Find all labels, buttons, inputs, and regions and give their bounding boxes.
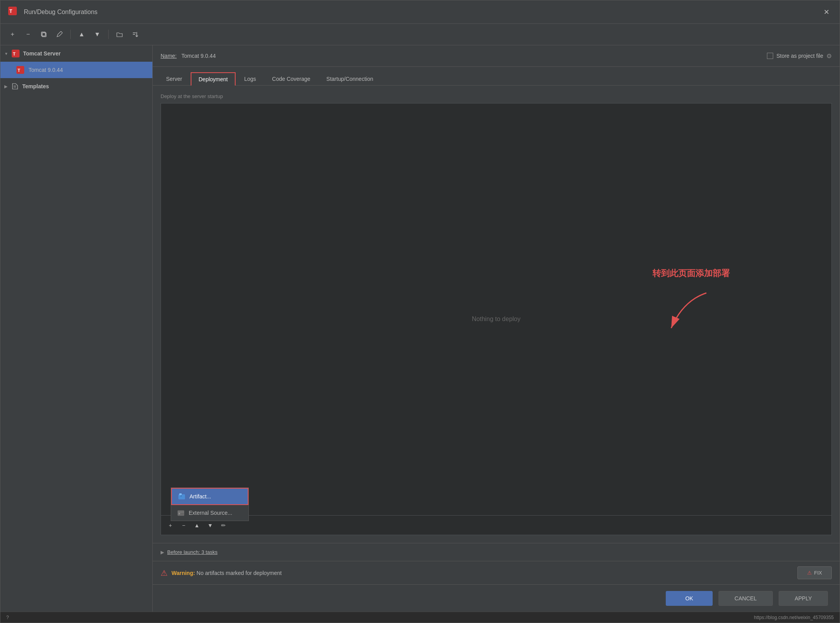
templates-label: Templates <box>22 83 49 89</box>
deploy-area: Nothing to deploy 转到此页面添加部署 <box>161 103 832 535</box>
warning-bar: ⚠ Warning: No artifacts marked for deplo… <box>153 561 840 584</box>
move-deploy-up-button[interactable]: ▲ <box>191 520 202 531</box>
dialog-title: Run/Debug Configurations <box>24 9 821 16</box>
sort-button[interactable] <box>129 28 141 41</box>
main-content: ▼ T Tomcat Server T Tomcat 9.0.44 ▶ Temp… <box>0 45 840 612</box>
copy-config-button[interactable] <box>38 28 50 41</box>
deploy-toolbar: + − ▲ ▼ ✏ <box>161 515 831 535</box>
warning-bold-text: Warning: <box>172 570 195 576</box>
svg-text:T: T <box>13 52 16 56</box>
expand-arrow-templates: ▶ <box>4 84 7 89</box>
nothing-to-deploy-text: Nothing to deploy <box>472 316 521 323</box>
deployment-panel: Deploy at the server startup Nothing to … <box>153 86 840 543</box>
tab-code-coverage[interactable]: Code Coverage <box>265 72 318 86</box>
right-panel: Name: Tomcat 9.0.44 Store as project fil… <box>153 45 840 612</box>
main-toolbar: + − ▲ ▼ <box>0 24 840 45</box>
remove-config-button[interactable]: − <box>22 28 34 41</box>
dropdown-menu: Artifact... External Source... <box>171 487 249 521</box>
toolbar-separator-1 <box>70 30 71 39</box>
apply-button[interactable]: APPLY <box>779 591 828 606</box>
templates-group[interactable]: ▶ Templates <box>0 78 152 95</box>
external-source-menu-item[interactable]: External Source... <box>171 505 248 521</box>
deploy-label: Deploy at the server startup <box>161 93 832 99</box>
toolbar-separator-2 <box>108 30 109 39</box>
bottom-buttons: OK CANCEL APPLY <box>153 584 840 612</box>
before-launch-label: Before launch: 3 tasks <box>167 549 218 555</box>
gear-icon[interactable]: ⚙ <box>826 52 832 60</box>
svg-rect-19 <box>179 513 180 514</box>
svg-text:T: T <box>18 68 20 73</box>
status-url: https://blog.csdn.net/weixin_45709355 <box>754 615 834 620</box>
warning-text: Warning: No artifacts marked for deploym… <box>172 570 282 576</box>
name-bar: Name: Tomcat 9.0.44 Store as project fil… <box>153 45 840 67</box>
tab-logs[interactable]: Logs <box>237 72 263 86</box>
annotation-arrow <box>659 289 718 336</box>
before-launch-expand-arrow: ▶ <box>161 550 164 555</box>
move-up-button[interactable]: ▲ <box>75 28 88 41</box>
external-source-icon <box>177 509 185 517</box>
ok-button[interactable]: OK <box>666 591 713 606</box>
artifact-label: Artifact... <box>189 493 211 500</box>
store-project-label: Store as project file <box>776 53 823 59</box>
title-bar: T Run/Debug Configurations ✕ <box>0 0 840 24</box>
fix-label: FIX <box>814 570 822 576</box>
move-down-button[interactable]: ▼ <box>91 28 104 41</box>
tomcat-server-group[interactable]: ▼ T Tomcat Server <box>0 45 152 62</box>
tomcat-item-icon: T <box>16 66 25 74</box>
help-icon[interactable]: ? <box>6 615 9 620</box>
tomcat-server-label: Tomcat Server <box>23 50 61 57</box>
add-config-button[interactable]: + <box>6 28 19 41</box>
tab-deployment[interactable]: Deployment <box>191 72 236 86</box>
tomcat-9044-item[interactable]: T Tomcat 9.0.44 <box>0 62 152 78</box>
tabs-container: Server Deployment Logs Code Coverage Sta… <box>153 67 840 86</box>
artifact-menu-item[interactable]: Artifact... <box>171 488 248 505</box>
templates-icon <box>11 82 19 91</box>
edit-templates-button[interactable] <box>53 28 66 41</box>
move-deploy-down-button[interactable]: ▼ <box>205 520 216 531</box>
before-launch-section: ▶ Before launch: 3 tasks <box>153 543 840 561</box>
expand-arrow-tomcat: ▼ <box>4 52 8 56</box>
tomcat-item-label: Tomcat 9.0.44 <box>29 67 63 73</box>
warning-icon: ⚠ <box>161 568 168 578</box>
app-icon: T <box>8 7 19 18</box>
tomcat-group-icon: T <box>11 49 20 58</box>
warning-msg-text: No artifacts marked for deployment <box>195 570 282 576</box>
external-source-label: External Source... <box>189 510 232 516</box>
before-launch-header[interactable]: ▶ Before launch: 3 tasks <box>161 549 832 555</box>
cancel-button[interactable]: CANCEL <box>718 591 773 606</box>
fix-icon: ⚠ <box>807 570 812 576</box>
annotation-text: 转到此页面添加部署 <box>652 268 730 279</box>
store-project-area: Store as project file ⚙ <box>767 52 832 60</box>
close-button[interactable]: ✕ <box>821 7 832 18</box>
name-field-value: Tomcat 9.0.44 <box>181 53 762 59</box>
svg-rect-16 <box>181 495 182 496</box>
fix-button[interactable]: ⚠ FIX <box>797 566 832 579</box>
svg-text:T: T <box>9 9 13 14</box>
edit-deploy-item-button[interactable]: ✏ <box>218 520 229 531</box>
svg-rect-15 <box>179 493 182 495</box>
tab-server[interactable]: Server <box>159 72 189 86</box>
name-field-label: Name: <box>161 53 177 59</box>
tab-startup-connection[interactable]: Startup/Connection <box>319 72 381 86</box>
status-bar: ? https://blog.csdn.net/weixin_45709355 <box>0 612 840 623</box>
artifact-icon <box>178 493 186 500</box>
left-panel: ▼ T Tomcat Server T Tomcat 9.0.44 ▶ Temp… <box>0 45 153 612</box>
remove-deploy-item-button[interactable]: − <box>178 520 189 531</box>
store-project-checkbox[interactable] <box>767 53 773 59</box>
open-folder-button[interactable] <box>113 28 126 41</box>
add-deploy-item-button[interactable]: + <box>165 520 176 531</box>
